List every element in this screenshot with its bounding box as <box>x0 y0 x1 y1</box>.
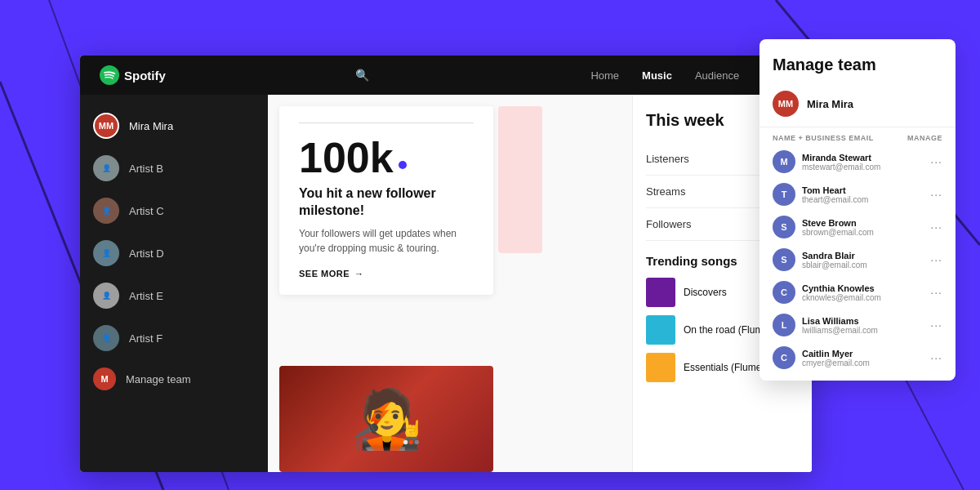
manage-team-owner-avatar: MM <box>773 91 799 117</box>
milestone-number-text: 100k <box>299 136 394 179</box>
member-email-cynthia: cknowles@email.com <box>802 293 924 302</box>
nav-music[interactable]: Music <box>642 69 672 82</box>
avatar-artist-d: 👤 <box>93 240 119 266</box>
member-info-tom: Tom Heart theart@email.com <box>802 185 924 204</box>
member-info-sandra: Sandra Blair sblair@email.com <box>802 251 924 270</box>
manage-team-panel-title: Manage team <box>760 56 956 84</box>
member-email-lisa: lwilliams@email.com <box>802 326 924 335</box>
sidebar-label-manage-team: Manage team <box>126 373 191 385</box>
team-member-lisa: L Lisa Williams lwilliams@email.com ··· <box>760 309 956 341</box>
member-name-steve: Steve Brown <box>802 218 924 228</box>
member-name-sandra: Sandra Blair <box>802 251 924 261</box>
sidebar-item-mira-mira[interactable]: MM Mira Mira <box>80 105 268 147</box>
avatar-mira-mira: MM <box>93 113 119 139</box>
member-dots-tom[interactable]: ··· <box>930 188 942 201</box>
logo-text: Spotify <box>124 69 166 82</box>
sidebar-label-artist-f: Artist F <box>129 332 163 345</box>
member-dots-cynthia[interactable]: ··· <box>930 286 942 299</box>
member-email-steve: sbrown@email.com <box>802 228 924 237</box>
sidebar-label-artist-d: Artist D <box>129 247 164 260</box>
manage-team-panel: Manage team MM Mira Mira NAME + BUSINESS… <box>760 39 956 381</box>
search-icon[interactable]: 🔍 <box>355 69 369 82</box>
team-member-caitlin: C Caitlin Myer cmyer@email.com ··· <box>760 341 956 374</box>
avatar-sandra: S <box>773 248 795 271</box>
team-member-steve: S Steve Brown sbrown@email.com ··· <box>760 211 956 243</box>
sidebar-item-artist-e[interactable]: 👤 Artist E <box>80 274 268 317</box>
team-member-sandra: S Sandra Blair sblair@email.com ··· <box>760 243 956 276</box>
team-list-header: NAME + BUSINESS EMAIL MANAGE <box>760 127 956 145</box>
logo-area: Spotify <box>100 65 166 85</box>
sidebar-item-artist-d[interactable]: 👤 Artist D <box>80 232 268 274</box>
member-dots-sandra[interactable]: ··· <box>930 253 942 266</box>
member-dots-lisa[interactable]: ··· <box>930 318 942 332</box>
sidebar-item-artist-b[interactable]: 👤 Artist B <box>80 147 268 189</box>
milestone-description: Your followers will get updates when you… <box>299 226 474 256</box>
member-info-caitlin: Caitlin Myer cmyer@email.com <box>802 349 924 368</box>
avatar-artist-c: 👤 <box>93 198 119 224</box>
col-manage: MANAGE <box>907 134 942 142</box>
app-window: Spotify 🔍 Home Music Audience Profile MM… <box>80 56 812 472</box>
see-more-button[interactable]: SEE MORE → <box>299 269 474 278</box>
member-email-sandra: sblair@email.com <box>802 261 924 270</box>
song-thumb-on-the-road <box>646 315 675 345</box>
avatar-caitlin: C <box>773 346 795 369</box>
manage-team-owner: MM Mira Mira <box>760 84 956 127</box>
top-nav: Spotify 🔍 Home Music Audience Profile <box>80 56 812 95</box>
main-content: 100k You hit a new follower milestone! Y… <box>268 95 812 472</box>
member-info-miranda: Miranda Stewart mstewart@email.com <box>802 153 924 172</box>
avatar-cynthia: C <box>773 281 795 304</box>
avatar-artist-b: 👤 <box>93 155 119 181</box>
song-thumb-discovers <box>646 278 675 307</box>
avatar-steve: S <box>773 216 795 238</box>
divider <box>299 122 474 123</box>
app-body: MM Mira Mira 👤 Artist B 👤 Artist C 👤 Art… <box>80 95 812 472</box>
team-member-miranda: M Miranda Stewart mstewart@email.com ··· <box>760 145 956 178</box>
avatar-artist-f: 👤 <box>93 325 119 351</box>
member-email-caitlin: cmyer@email.com <box>802 359 924 368</box>
member-dots-steve[interactable]: ··· <box>930 220 942 234</box>
avatar-lisa: L <box>773 314 795 336</box>
sidebar: MM Mira Mira 👤 Artist B 👤 Artist C 👤 Art… <box>80 95 268 472</box>
member-info-lisa: Lisa Williams lwilliams@email.com <box>802 316 924 335</box>
sidebar-label-mira-mira: Mira Mira <box>129 120 173 132</box>
arrow-right-icon: → <box>354 269 364 278</box>
manage-team-badge: M <box>93 368 116 390</box>
song-name-discovers: Discovers <box>684 287 727 298</box>
member-info-steve: Steve Brown sbrown@email.com <box>802 218 924 237</box>
sidebar-item-artist-f[interactable]: 👤 Artist F <box>80 317 268 359</box>
member-info-cynthia: Cynthia Knowles cknowles@email.com <box>802 283 924 302</box>
sidebar-item-artist-c[interactable]: 👤 Artist C <box>80 189 268 232</box>
nav-audience[interactable]: Audience <box>695 69 739 82</box>
col-name-email: NAME + BUSINESS EMAIL <box>773 134 874 142</box>
member-name-miranda: Miranda Stewart <box>802 153 924 163</box>
avatar-artist-e: 👤 <box>93 283 119 309</box>
member-email-tom: theart@email.com <box>802 195 924 204</box>
sidebar-label-artist-b: Artist B <box>129 163 163 175</box>
promo-block <box>498 106 542 253</box>
sidebar-item-manage-team[interactable]: M Manage team <box>80 359 268 399</box>
sidebar-label-artist-c: Artist C <box>129 205 164 217</box>
member-name-lisa: Lisa Williams <box>802 316 924 326</box>
member-name-tom: Tom Heart <box>802 185 924 195</box>
spotify-logo-icon <box>100 65 119 85</box>
artist-photo-card: 🧑‍🎤 <box>279 366 493 472</box>
team-member-cynthia: C Cynthia Knowles cknowles@email.com ··· <box>760 276 956 309</box>
milestone-title: You hit a new follower milestone! <box>299 185 474 220</box>
member-name-cynthia: Cynthia Knowles <box>802 283 924 293</box>
see-more-label: SEE MORE <box>299 269 350 278</box>
manage-team-owner-name: Mira Mira <box>807 98 853 110</box>
avatar-tom: T <box>773 183 795 206</box>
artist-photo: 🧑‍🎤 <box>279 366 493 472</box>
sidebar-label-artist-e: Artist E <box>129 290 163 302</box>
song-thumb-essentials <box>646 353 675 382</box>
member-dots-miranda[interactable]: ··· <box>930 155 942 168</box>
nav-home[interactable]: Home <box>590 69 619 82</box>
milestone-card: 100k You hit a new follower milestone! Y… <box>279 106 493 295</box>
milestone-number-area: 100k <box>299 136 474 179</box>
member-dots-caitlin[interactable]: ··· <box>930 351 942 364</box>
member-email-miranda: mstewart@email.com <box>802 163 924 172</box>
team-member-tom: T Tom Heart theart@email.com ··· <box>760 178 956 211</box>
avatar-miranda: M <box>773 150 795 173</box>
member-name-caitlin: Caitlin Myer <box>802 349 924 359</box>
milestone-dot <box>399 161 407 169</box>
